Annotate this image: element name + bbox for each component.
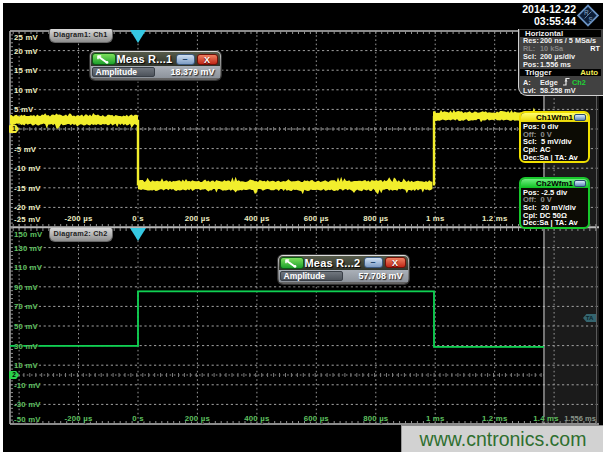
svg-text:S: S <box>589 16 594 23</box>
